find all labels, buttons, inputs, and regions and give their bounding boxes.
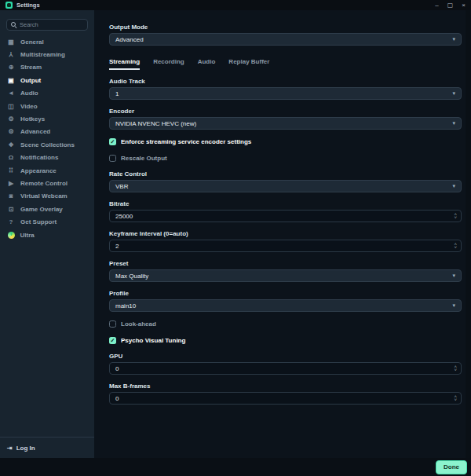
sidebar-item-multistreaming[interactable]: ⅄ Multistreaming [0,48,94,60]
camera-icon: ◙ [7,192,15,200]
number-stepper[interactable]: ˄ ˅ [454,395,457,401]
number-stepper[interactable]: ˄ ˅ [454,213,457,219]
encoder-select[interactable]: NVIDIA NVENC HEVC (new) ▾ [109,117,462,130]
sidebar-item-get-support[interactable]: ? Get Support [0,215,94,228]
sidebar-item-label: Video [20,103,38,110]
tab-audio[interactable]: Audio [198,58,216,70]
output-mode-select[interactable]: Advanced ▾ [109,33,462,46]
login-button[interactable]: ⇥ Log In [0,438,94,458]
rescale-output-row: Rescale Output [109,153,462,163]
psycho-visual-tuning-row: ✓ Psycho Visual Tuning [109,335,462,345]
sidebar-item-label: Advanced [20,128,50,135]
output-icon: ▣ [7,77,15,84]
stepper-down-icon[interactable]: ˅ [454,216,457,219]
collection-icon: ❖ [7,141,15,148]
sidebar-item-label: Multistreaming [20,51,65,58]
number-stepper[interactable]: ˄ ˅ [454,243,457,249]
ultra-icon [8,232,15,239]
sidebar-item-label: Get Support [20,218,57,225]
audio-track-select[interactable]: 1 ▾ [109,87,462,100]
checkbox-label: Rescale Output [121,155,167,162]
footer-bar: Done [0,458,471,476]
sidebar-item-general[interactable]: ▦ General [0,35,94,48]
psycho-visual-tuning-checkbox[interactable]: ✓ [109,337,116,344]
checkbox-label: Look-ahead [121,320,156,328]
close-button[interactable]: × [462,0,466,10]
sidebar-item-advanced[interactable]: ⚙ Advanced [0,126,94,138]
gears-icon: ⚙ [7,128,15,135]
grid-icon: ▦ [7,38,15,46]
number-stepper[interactable]: ˄ ˅ [454,365,457,372]
checkbox-label: Psycho Visual Tuning [121,337,185,344]
bitrate-label: Bitrate [109,200,462,207]
minimize-button[interactable]: – [435,0,438,10]
sidebar-item-appearance[interactable]: ⠿ Appearance [0,164,94,177]
preset-select[interactable]: Max Quality ▾ [109,269,462,282]
output-mode-label: Output Mode [109,24,462,31]
search-icon [11,22,16,27]
max-bframes-input[interactable] [115,395,454,402]
sidebar-item-scene-collections[interactable]: ❖ Scene Collections [0,138,94,151]
rate-control-select[interactable]: VBR ▾ [109,180,462,192]
select-value: VBR [115,183,128,190]
lookahead-checkbox[interactable] [109,320,116,328]
tab-streaming[interactable]: Streaming [109,58,140,70]
maximize-button[interactable]: ▢ [447,0,454,10]
sidebar-item-virtual-webcam[interactable]: ◙ Virtual Webcam [0,190,94,203]
chevron-down-icon: ▾ [452,120,455,126]
search-box[interactable] [6,19,88,31]
sidebar-item-audio[interactable]: ◄ Audio [0,87,94,100]
gear-icon: ⚙ [7,115,15,123]
overlay-icon: ⊡ [7,206,15,213]
max-bframes-field: ˄ ˅ [109,392,462,405]
rate-control-label: Rate Control [109,170,462,178]
sidebar-item-notifications[interactable]: Ω Notifications [0,152,94,164]
sidebar-item-game-overlay[interactable]: ⊡ Game Overlay [0,203,94,215]
output-settings-panel: Output Mode Advanced ▾ Streaming Recordi… [94,10,471,458]
done-button[interactable]: Done [436,460,467,474]
question-icon: ? [7,218,15,225]
output-tabs: Streaming Recording Audio Replay Buffer [109,58,462,70]
keyframe-interval-input[interactable] [115,243,454,250]
sidebar-item-label: Virtual Webcam [20,192,68,200]
stepper-down-icon[interactable]: ˅ [454,368,457,372]
login-label: Log In [16,445,35,452]
sidebar-item-remote-control[interactable]: ▶ Remote Control [0,177,94,189]
stepper-down-icon[interactable]: ˅ [454,398,457,401]
tab-replay-buffer[interactable]: Replay Buffer [228,58,269,70]
play-circle-icon: ▶ [7,180,15,187]
sidebar-item-label: Remote Control [20,180,68,187]
multistream-icon: ⅄ [7,51,15,58]
max-bframes-label: Max B-frames [109,383,462,390]
sidebar-item-hotkeys[interactable]: ⚙ Hotkeys [0,112,94,125]
select-value: main10 [115,302,136,309]
select-value: NVIDIA NVENC HEVC (new) [115,120,196,127]
chevron-down-icon: ▾ [452,302,455,309]
select-value: Max Quality [115,273,148,280]
gpu-input[interactable] [115,365,454,372]
scrollbar[interactable] [466,10,471,458]
profile-select[interactable]: main10 ▾ [109,299,462,312]
sidebar-item-video[interactable]: ◫ Video [0,100,94,112]
sidebar-item-output[interactable]: ▣ Output [0,74,94,86]
lookahead-row: Look-ahead [109,319,462,328]
sidebar-item-label: Audio [20,90,38,97]
bitrate-input[interactable] [115,213,454,220]
sidebar-item-label: Output [20,77,41,84]
keyframe-interval-label: Keyframe Interval (0=auto) [109,230,462,237]
sidebar-item-label: Game Overlay [20,206,63,213]
preset-label: Preset [109,260,462,267]
enforce-encoder-settings-checkbox[interactable]: ✓ [109,138,116,145]
sidebar-item-label: Ultra [20,232,35,239]
stepper-down-icon[interactable]: ˅ [454,246,457,249]
tab-recording[interactable]: Recording [153,58,184,70]
rescale-output-checkbox[interactable] [109,155,116,162]
sidebar-item-stream[interactable]: ⊕ Stream [0,61,94,74]
sidebar-item-ultra[interactable]: Ultra [0,229,94,241]
chevron-down-icon: ▾ [452,36,455,42]
encoder-label: Encoder [109,108,462,115]
sidebar-item-label: Hotkeys [20,115,45,123]
monitor-icon: ◫ [7,103,15,110]
settings-sidebar: ▦ General ⅄ Multistreaming ⊕ Stream ▣ Ou… [0,10,94,458]
search-input[interactable] [20,21,83,28]
